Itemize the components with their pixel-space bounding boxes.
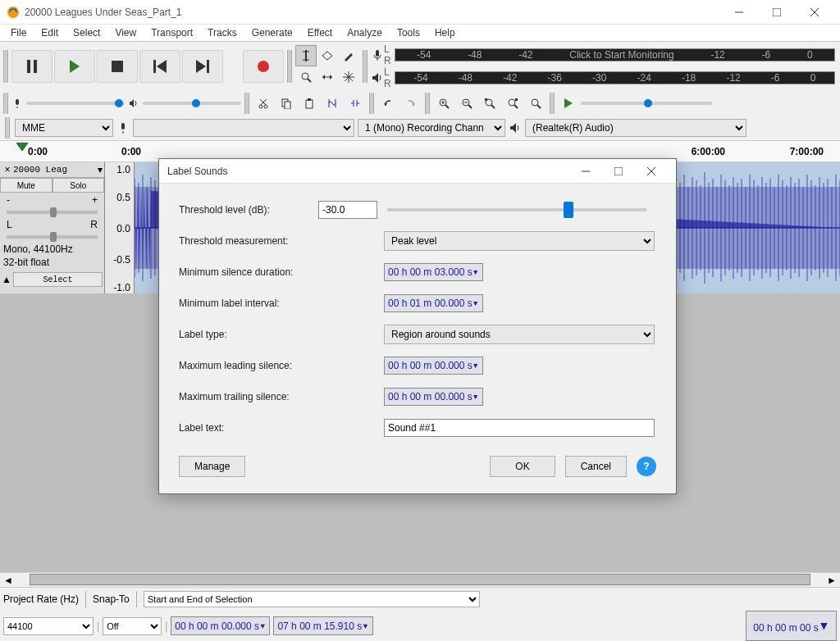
vertical-scale[interactable]: 1.0 0.5 0.0 -0.5 -1.0 — [105, 162, 135, 293]
mute-button[interactable]: Mute — [0, 178, 52, 193]
zoom-in-icon[interactable] — [433, 93, 454, 114]
timeline-mark: 0:00 — [121, 146, 141, 157]
menu-transport[interactable]: Transport — [144, 25, 200, 40]
fit-project-icon[interactable] — [502, 93, 523, 114]
recording-channels-select[interactable]: 1 (Mono) Recording Chann — [358, 119, 505, 137]
playback-volume-slider[interactable] — [143, 102, 241, 105]
track-menu-icon[interactable]: ▾ — [98, 164, 103, 175]
record-button[interactable] — [243, 50, 284, 83]
multi-tool-icon[interactable] — [338, 66, 359, 88]
max-trailing-field[interactable]: 00 h 00 m 00.000 s▾ — [384, 388, 483, 406]
label-text-input[interactable] — [384, 419, 655, 437]
pan-slider[interactable] — [7, 235, 98, 239]
menu-tracks[interactable]: Tracks — [200, 25, 244, 40]
min-silence-field[interactable]: 00 h 00 m 03.000 s▾ — [384, 263, 483, 281]
recording-device-select[interactable] — [133, 119, 354, 137]
silence-icon[interactable] — [345, 93, 366, 114]
dialog-minimize-button[interactable] — [569, 160, 602, 183]
menu-file[interactable]: File — [3, 25, 34, 40]
cut-icon[interactable] — [253, 93, 274, 114]
toolbar-grip[interactable] — [244, 93, 249, 114]
track-name[interactable]: 20000 Leag — [13, 165, 98, 175]
playback-speed-slider[interactable] — [581, 102, 712, 105]
minimize-button[interactable] — [720, 0, 758, 25]
paste-icon[interactable] — [299, 93, 320, 114]
max-leading-field[interactable]: 00 h 00 m 00.000 s▾ — [384, 357, 483, 375]
gain-slider[interactable] — [7, 211, 98, 214]
copy-icon[interactable] — [276, 93, 297, 114]
stop-button[interactable] — [97, 50, 138, 83]
dialog-close-button[interactable] — [635, 160, 668, 183]
toolbar-grip[interactable] — [425, 93, 430, 114]
selection-end-field[interactable]: 07 h 00 m 15.910 s▾ — [273, 616, 372, 635]
playback-device-select[interactable]: (Realtek(R) Audio) — [525, 119, 746, 137]
measurement-select[interactable]: Peak level — [384, 231, 655, 251]
label-type-select[interactable]: Region around sounds — [384, 325, 655, 344]
audio-host-select[interactable]: MME — [15, 119, 113, 137]
pause-button[interactable] — [11, 50, 52, 83]
max-trailing-label: Maximum trailing silence: — [179, 391, 384, 402]
play-button[interactable] — [54, 50, 95, 83]
svg-point-58 — [509, 99, 515, 106]
toolbar-grip[interactable] — [5, 117, 10, 139]
skip-end-button[interactable] — [182, 50, 223, 83]
draw-tool-icon[interactable] — [338, 45, 359, 66]
svg-rect-2 — [773, 8, 781, 16]
recording-volume-slider[interactable] — [26, 102, 125, 105]
toolbar-grip[interactable] — [363, 50, 368, 83]
toolbar-grip[interactable] — [3, 50, 8, 83]
project-rate-select[interactable]: 44100 — [3, 617, 94, 635]
threshold-slider[interactable] — [387, 208, 646, 211]
track-select-button[interactable]: Select — [13, 272, 103, 287]
play-at-speed-icon[interactable] — [558, 93, 579, 114]
close-button[interactable] — [796, 0, 833, 25]
menu-view[interactable]: View — [107, 25, 144, 40]
toolbar-grip[interactable] — [369, 93, 374, 114]
help-button[interactable]: ? — [637, 457, 656, 476]
selection-start-field[interactable]: 00 h 00 m 00.000 s▾ — [171, 616, 270, 635]
snap-to-select[interactable]: Off — [103, 617, 162, 635]
maximize-button[interactable] — [758, 0, 796, 25]
menu-tools[interactable]: Tools — [390, 25, 427, 40]
selection-tool-icon[interactable] — [295, 45, 317, 66]
selection-mode-select[interactable]: Start and End of Selection — [144, 591, 480, 607]
menu-select[interactable]: Select — [66, 25, 107, 40]
trim-icon[interactable] — [322, 93, 343, 114]
zoom-tool-icon[interactable] — [295, 66, 317, 88]
menu-help[interactable]: Help — [427, 25, 463, 40]
fit-selection-icon[interactable] — [479, 93, 500, 114]
audio-position-field[interactable]: 00 h 00 m 00 s▾ — [746, 611, 837, 641]
toolbar-grip[interactable] — [550, 93, 555, 114]
menu-effect[interactable]: Effect — [300, 25, 340, 40]
menu-edit[interactable]: Edit — [34, 25, 66, 40]
dialog-maximize-button[interactable] — [602, 160, 635, 183]
zoom-toggle-icon[interactable] — [525, 93, 546, 114]
horizontal-scrollbar[interactable]: ◄ ► — [0, 572, 840, 587]
min-label-interval-field[interactable]: 00 h 01 m 00.000 s▾ — [384, 294, 483, 312]
manage-button[interactable]: Manage — [179, 456, 245, 477]
menu-generate[interactable]: Generate — [244, 25, 300, 40]
mic-icon — [11, 98, 23, 109]
solo-button[interactable]: Solo — [52, 178, 105, 193]
playback-meter[interactable]: -54-48-42-36-30-24-18-12-60 — [395, 71, 835, 84]
track-close-button[interactable]: × — [2, 164, 13, 175]
toolbar-grip[interactable] — [287, 50, 292, 83]
skip-start-button[interactable] — [139, 50, 180, 83]
project-rate-label: Project Rate (Hz) — [3, 593, 79, 605]
dialog-titlebar[interactable]: Label Sounds — [159, 159, 676, 184]
timeshift-tool-icon[interactable] — [317, 66, 338, 88]
svg-line-62 — [537, 105, 541, 108]
toolbar-grip[interactable] — [3, 93, 8, 114]
cancel-button[interactable]: Cancel — [565, 456, 627, 477]
recording-meter[interactable]: -54-48-42 Click to Start Monitoring -12-… — [395, 48, 835, 61]
svg-marker-67 — [16, 143, 28, 151]
menu-analyze[interactable]: Analyze — [340, 25, 390, 40]
zoom-out-icon[interactable] — [456, 93, 477, 114]
ok-button[interactable]: OK — [490, 456, 555, 477]
redo-icon[interactable] — [400, 93, 422, 114]
threshold-input[interactable] — [318, 201, 377, 219]
envelope-tool-icon[interactable] — [317, 45, 338, 66]
min-label-interval-label: Minimum label interval: — [179, 298, 384, 309]
collapse-icon[interactable]: ▲ — [2, 274, 11, 285]
undo-icon[interactable] — [377, 93, 399, 114]
